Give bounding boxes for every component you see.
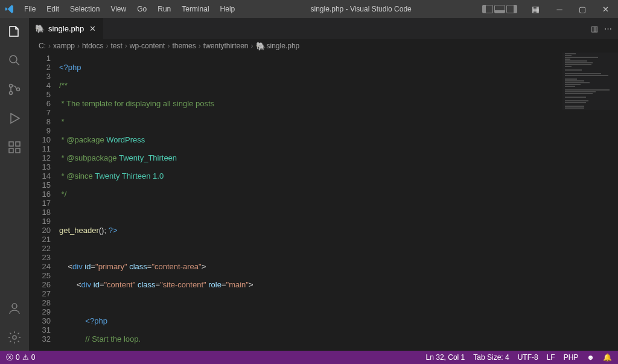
close-button[interactable]: ✕ [596,0,614,18]
minimap[interactable] [562,53,618,110]
tab-close-icon[interactable]: ✕ [88,24,97,34]
editor-tabs: 🐘 single.php ✕ ▥ ⋯ [29,18,618,39]
toggle-panel-icon[interactable] [494,5,505,13]
run-debug-icon[interactable] [6,110,23,127]
settings-gear-icon[interactable] [6,329,23,346]
svg-rect-6 [9,148,13,153]
accounts-icon[interactable] [6,300,23,317]
svg-rect-5 [16,142,20,146]
svg-point-1 [10,85,13,88]
menu-view[interactable]: View [106,2,131,16]
split-editor-icon[interactable]: ▥ [591,24,598,33]
status-problems[interactable]: ⓧ0 ⚠0 [6,353,35,363]
tab-single-php[interactable]: 🐘 single.php ✕ [29,18,104,39]
maximize-button[interactable]: ▢ [573,0,591,18]
breadcrumb-segment[interactable]: test [110,42,122,50]
menu-edit[interactable]: Edit [42,2,64,16]
svg-point-8 [12,304,17,308]
source-control-icon[interactable] [6,81,23,98]
window-title: single.php - Visual Studio Code [241,5,481,13]
svg-point-3 [17,88,20,91]
svg-point-0 [10,56,17,63]
minimize-button[interactable]: ─ [550,0,569,18]
line-number-gutter: 1234567891011121314151617181920212223242… [29,53,59,351]
status-ln-col[interactable]: Ln 32, Col 1 [426,353,465,362]
toggle-primary-sidebar-icon[interactable] [482,5,493,13]
notifications-icon[interactable]: 🔔 [603,353,612,362]
menu-run[interactable]: Run [153,2,176,16]
status-eol[interactable]: LF [547,353,555,362]
customize-layout-icon[interactable]: ▦ [532,4,540,14]
warning-icon: ⚠ [22,353,29,362]
svg-point-9 [13,336,16,339]
menu-terminal[interactable]: Terminal [177,2,214,16]
menu-selection[interactable]: Selection [65,2,104,16]
breadcrumb-segment[interactable]: xampp [53,42,75,50]
activity-bar [0,18,29,351]
vscode-icon [4,3,16,15]
breadcrumb-segment[interactable]: twentythirteen [203,42,249,50]
layout-buttons [482,5,517,13]
breadcrumb-segment[interactable]: single.php [267,42,300,50]
more-actions-icon[interactable]: ⋯ [604,24,612,33]
php-file-icon: 🐘 [35,24,45,33]
tab-label: single.php [48,24,84,33]
svg-point-2 [10,92,13,95]
status-encoding[interactable]: UTF-8 [518,353,538,362]
status-tab-size[interactable]: Tab Size: 4 [473,353,509,362]
breadcrumb[interactable]: C:› xampp› htdocs› test› wp-content› the… [29,39,618,53]
error-icon: ⓧ [6,353,13,363]
menu-file[interactable]: File [19,2,40,16]
php-file-icon: 🐘 [256,42,266,51]
extensions-icon[interactable] [6,139,23,156]
explorer-icon[interactable] [6,23,23,40]
code-lines[interactable]: <?php /** * The template for displaying … [59,53,618,351]
feedback-icon[interactable]: ☻ [587,353,594,362]
editor-area: 🐘 single.php ✕ ▥ ⋯ C:› xampp› htdocs› te… [29,18,618,351]
svg-rect-4 [9,142,13,146]
menu-go[interactable]: Go [132,2,151,16]
code-editor[interactable]: 1234567891011121314151617181920212223242… [29,53,618,351]
svg-rect-7 [16,148,20,153]
breadcrumb-segment[interactable]: C: [39,42,46,50]
breadcrumb-segment[interactable]: htdocs [82,42,103,50]
breadcrumb-segment[interactable]: wp-content [130,42,165,50]
search-icon[interactable] [6,52,23,69]
status-language[interactable]: PHP [564,353,579,362]
status-bar: ⓧ0 ⚠0 Ln 32, Col 1 Tab Size: 4 UTF-8 LF … [0,351,618,364]
title-bar: File Edit Selection View Go Run Terminal… [0,0,618,18]
menu-help[interactable]: Help [215,2,240,16]
breadcrumb-segment[interactable]: themes [172,42,196,50]
toggle-secondary-sidebar-icon[interactable] [506,5,517,13]
